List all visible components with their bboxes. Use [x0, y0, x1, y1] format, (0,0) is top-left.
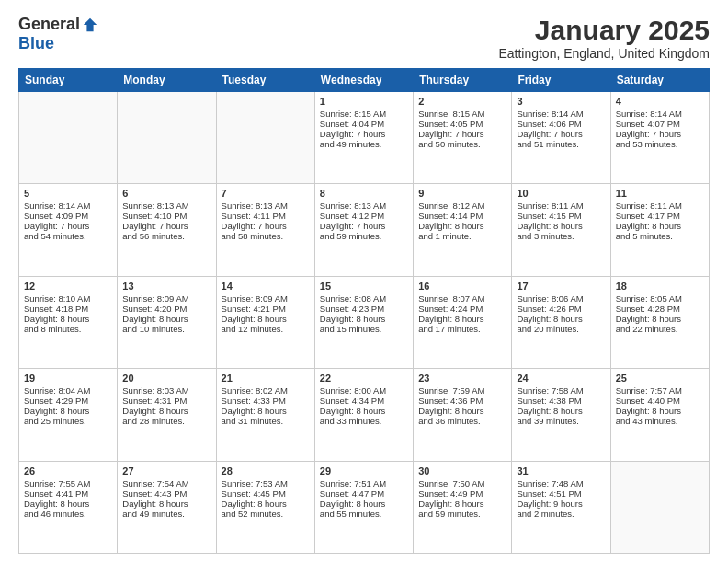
day-number: 7 [222, 188, 310, 199]
cell-text: Sunset: 4:06 PM [517, 119, 605, 129]
cell-text: and 2 minutes. [517, 509, 605, 519]
cell-text: Sunset: 4:43 PM [122, 488, 210, 499]
day-number: 12 [24, 281, 112, 292]
calendar-cell: 15Sunrise: 8:08 AMSunset: 4:23 PMDayligh… [314, 276, 413, 368]
cell-text: Sunset: 4:51 PM [517, 488, 605, 499]
calendar-cell: 14Sunrise: 8:09 AMSunset: 4:21 PMDayligh… [216, 276, 314, 368]
calendar-cell: 3Sunrise: 8:14 AMSunset: 4:06 PMDaylight… [512, 92, 610, 184]
cell-text: Sunrise: 8:05 AM [616, 293, 704, 304]
cell-text: Daylight: 8 hours [320, 499, 408, 509]
cell-text: Sunrise: 8:13 AM [222, 201, 310, 211]
calendar-cell: 28Sunrise: 7:53 AMSunset: 4:45 PMDayligh… [216, 461, 314, 553]
cell-text: Daylight: 8 hours [616, 314, 704, 324]
cell-text: Daylight: 8 hours [122, 314, 210, 324]
cell-text: Sunset: 4:33 PM [222, 396, 310, 406]
cell-text: and 59 minutes. [320, 231, 408, 241]
cell-text: Daylight: 8 hours [418, 221, 506, 231]
cell-text: Sunset: 4:17 PM [616, 211, 704, 221]
day-number: 17 [517, 281, 605, 292]
calendar-cell: 9Sunrise: 8:12 AMSunset: 4:14 PMDaylight… [414, 184, 512, 276]
calendar-week-2: 5Sunrise: 8:14 AMSunset: 4:09 PMDaylight… [19, 184, 710, 276]
day-number: 27 [122, 465, 210, 477]
cell-text: Daylight: 8 hours [616, 221, 704, 231]
calendar-cell: 18Sunrise: 8:05 AMSunset: 4:28 PMDayligh… [610, 276, 709, 368]
day-number: 2 [418, 96, 506, 107]
calendar-cell: 7Sunrise: 8:13 AMSunset: 4:11 PMDaylight… [216, 184, 314, 276]
day-number: 26 [24, 465, 112, 477]
calendar-cell: 13Sunrise: 8:09 AMSunset: 4:20 PMDayligh… [118, 276, 216, 368]
calendar-cell: 4Sunrise: 8:14 AMSunset: 4:07 PMDaylight… [610, 92, 709, 184]
calendar-cell: 12Sunrise: 8:10 AMSunset: 4:18 PMDayligh… [19, 276, 118, 368]
day-number: 30 [418, 465, 506, 477]
cell-text: Sunset: 4:10 PM [122, 211, 210, 221]
calendar-cell: 10Sunrise: 8:11 AMSunset: 4:15 PMDayligh… [512, 184, 610, 276]
day-number: 11 [616, 188, 704, 199]
cell-text: Sunrise: 8:13 AM [320, 201, 408, 211]
cell-text: Sunrise: 8:11 AM [616, 201, 704, 211]
cell-text: and 54 minutes. [24, 231, 112, 241]
cell-text: Daylight: 7 hours [320, 129, 408, 139]
day-number: 25 [616, 373, 704, 384]
calendar-cell: 27Sunrise: 7:54 AMSunset: 4:43 PMDayligh… [118, 461, 216, 553]
day-number: 14 [222, 281, 310, 292]
calendar-cell: 24Sunrise: 7:58 AMSunset: 4:38 PMDayligh… [512, 369, 610, 461]
calendar-cell: 21Sunrise: 8:02 AMSunset: 4:33 PMDayligh… [216, 369, 314, 461]
calendar-cell: 30Sunrise: 7:50 AMSunset: 4:49 PMDayligh… [414, 461, 512, 553]
cell-text: Sunset: 4:18 PM [24, 304, 112, 314]
cell-text: and 39 minutes. [517, 416, 605, 426]
cell-text: Sunrise: 7:48 AM [517, 478, 605, 488]
cell-text: Sunrise: 8:06 AM [517, 293, 605, 304]
cell-text: Daylight: 8 hours [222, 314, 310, 324]
cell-text: Daylight: 9 hours [517, 499, 605, 509]
cell-text: Sunrise: 8:02 AM [222, 385, 310, 396]
calendar-cell [118, 92, 216, 184]
logo-general: General [18, 15, 80, 34]
calendar-cell [19, 92, 118, 184]
cell-text: and 22 minutes. [616, 324, 704, 334]
cell-text: Daylight: 7 hours [122, 221, 210, 231]
cell-text: Sunset: 4:34 PM [320, 396, 408, 406]
day-number: 31 [517, 465, 605, 477]
cell-text: Sunset: 4:12 PM [320, 211, 408, 221]
cell-text: and 8 minutes. [24, 324, 112, 334]
cell-text: and 56 minutes. [122, 231, 210, 241]
cell-text: Sunrise: 7:58 AM [517, 385, 605, 396]
day-number: 9 [418, 188, 506, 199]
header-monday: Monday [118, 69, 216, 92]
cell-text: Sunset: 4:09 PM [24, 211, 112, 221]
cell-text: Sunrise: 8:13 AM [122, 201, 210, 211]
calendar-cell: 11Sunrise: 8:11 AMSunset: 4:17 PMDayligh… [610, 184, 709, 276]
cell-text: Sunset: 4:07 PM [616, 119, 704, 129]
cell-text: and 25 minutes. [24, 416, 112, 426]
cell-text: Sunrise: 7:50 AM [418, 478, 506, 488]
cell-text: Sunset: 4:20 PM [122, 304, 210, 314]
cell-text: and 28 minutes. [122, 416, 210, 426]
calendar-cell: 1Sunrise: 8:15 AMSunset: 4:04 PMDaylight… [314, 92, 413, 184]
title-block: January 2025 Eattington, England, United… [498, 15, 710, 61]
calendar-cell: 5Sunrise: 8:14 AMSunset: 4:09 PMDaylight… [19, 184, 118, 276]
day-number: 19 [24, 373, 112, 384]
cell-text: Sunset: 4:21 PM [222, 304, 310, 314]
cell-text: Sunrise: 7:51 AM [320, 478, 408, 488]
cell-text: and 31 minutes. [222, 416, 310, 426]
cell-text: Sunset: 4:36 PM [418, 396, 506, 406]
header-thursday: Thursday [414, 69, 512, 92]
logo-blue: Blue [18, 34, 54, 53]
svg-marker-0 [84, 17, 97, 30]
cell-text: Sunrise: 8:14 AM [517, 109, 605, 119]
cell-text: Daylight: 7 hours [418, 129, 506, 139]
day-number: 5 [24, 188, 112, 199]
cell-text: and 46 minutes. [24, 509, 112, 519]
day-number: 6 [122, 188, 210, 199]
calendar-cell: 29Sunrise: 7:51 AMSunset: 4:47 PMDayligh… [314, 461, 413, 553]
header-saturday: Saturday [610, 69, 709, 92]
cell-text: Sunrise: 8:07 AM [418, 293, 506, 304]
calendar-week-3: 12Sunrise: 8:10 AMSunset: 4:18 PMDayligh… [19, 276, 710, 368]
day-number: 23 [418, 373, 506, 384]
cell-text: Sunrise: 8:12 AM [418, 201, 506, 211]
cell-text: Sunset: 4:14 PM [418, 211, 506, 221]
cell-text: Sunset: 4:47 PM [320, 488, 408, 499]
cell-text: Sunset: 4:40 PM [616, 396, 704, 406]
logo: General Blue [18, 15, 98, 53]
day-number: 22 [320, 373, 408, 384]
